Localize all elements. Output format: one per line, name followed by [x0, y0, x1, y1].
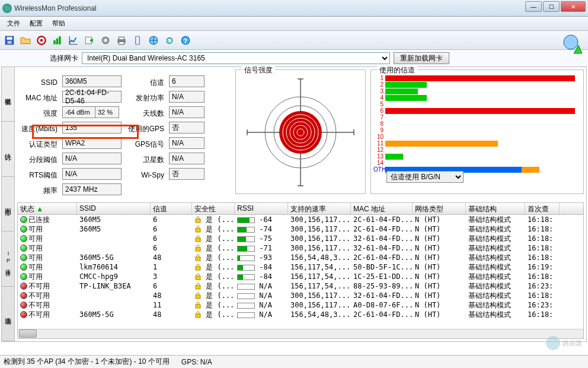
- svg-text:?: ?: [184, 37, 188, 44]
- help-icon[interactable]: ?: [178, 33, 193, 47]
- status-text: 检测到 35 个AP (34 个加密 - 1 个未加密) - 10 个可用: [4, 357, 170, 367]
- auth-label: 认证类型: [17, 137, 60, 151]
- print-icon[interactable]: [114, 33, 129, 47]
- channel-row: 2: [373, 81, 581, 88]
- col-infra[interactable]: 基础结构: [466, 203, 525, 214]
- bars-icon[interactable]: [50, 33, 65, 47]
- channel-row: 4: [373, 94, 581, 101]
- table-row[interactable]: 不可用11 是 (... N/A300,156,117...A0-D8-07-6…: [18, 300, 583, 310]
- svg-rect-39: [196, 276, 200, 280]
- frag-label: 分段阈值: [17, 153, 60, 167]
- gpssig-value: N/A: [169, 137, 204, 149]
- target-icon[interactable]: [34, 33, 49, 47]
- channel-row: 1: [373, 75, 581, 81]
- wispy-label: Wi-Spy: [124, 168, 167, 182]
- channel-row: 8: [373, 120, 581, 127]
- col-net[interactable]: 网络类型: [413, 203, 466, 214]
- side-tabs: 概要 统计 图形 IP连接 选项: [2, 67, 15, 341]
- table-row[interactable]: 可用lkm7606141 是 (... -84156,117,54,...50-…: [18, 262, 583, 272]
- table-row[interactable]: 可用360M5-5G48 是 (... -93156,54,48,3...2C-…: [18, 253, 583, 262]
- col-status[interactable]: 状态 ▲: [18, 203, 77, 214]
- svg-rect-14: [136, 36, 140, 45]
- col-rate[interactable]: 支持的速率: [288, 203, 351, 214]
- adapter-label: 选择网卡: [50, 53, 78, 64]
- svg-rect-7: [59, 36, 60, 45]
- minimize-button[interactable]: —: [525, 1, 542, 12]
- list-header: 状态 ▲ SSID 信道 安全性 RSSI 支持的速率 MAC 地址 网络类型 …: [18, 203, 583, 215]
- rts-label: RTS阈值: [17, 168, 60, 182]
- gear-icon[interactable]: [98, 33, 113, 47]
- channel-label: 信道: [124, 75, 167, 90]
- col-mac[interactable]: MAC 地址: [351, 203, 413, 214]
- folder-icon[interactable]: [18, 33, 33, 47]
- list-body[interactable]: 已连接360M56 是 (... -64300,156,117...2C-61-…: [18, 215, 583, 329]
- adapter-select[interactable]: Intel(R) Dual Band Wireless-AC 3165: [82, 52, 390, 64]
- svg-rect-41: [196, 295, 200, 299]
- save-icon[interactable]: [2, 33, 17, 47]
- svg-point-10: [104, 39, 107, 42]
- corner-logo: [562, 33, 586, 57]
- refresh-icon[interactable]: [162, 33, 177, 47]
- tab-stats[interactable]: 统计: [2, 122, 14, 176]
- col-rssi[interactable]: RSSI: [235, 203, 288, 214]
- phone-icon[interactable]: [130, 33, 145, 47]
- col-channel[interactable]: 信道: [151, 203, 192, 214]
- reload-button[interactable]: 重新加载网卡: [394, 52, 449, 64]
- menu-help[interactable]: 帮助: [47, 18, 70, 29]
- horizontal-scrollbar[interactable]: [18, 329, 583, 338]
- svg-rect-37: [196, 257, 200, 261]
- tab-graph[interactable]: 图形: [2, 177, 14, 231]
- chart-icon[interactable]: [66, 33, 81, 47]
- svg-rect-43: [196, 314, 200, 318]
- txpower-value: N/A: [169, 91, 204, 103]
- strength-value: -64 dBm32 %: [62, 106, 122, 120]
- table-row[interactable]: 不可用48 是 (... N/A300,156,117...32-61-04-F…: [18, 291, 583, 300]
- window-controls: — ☐ ✕: [525, 1, 586, 12]
- svg-rect-2: [8, 41, 12, 44]
- maximize-button[interactable]: ☐: [543, 1, 560, 12]
- channel-title: 使用的信道: [377, 65, 417, 75]
- svg-rect-1: [7, 37, 12, 40]
- sat-label: 卫星数: [124, 153, 167, 167]
- table-row[interactable]: 可用CMCC-hpg93 是 (... -84156,117,54,...1C-…: [18, 272, 583, 281]
- menu-file[interactable]: 文件: [2, 18, 25, 29]
- col-ssid[interactable]: SSID: [77, 203, 151, 214]
- window-title: WirelessMon Professional: [14, 4, 97, 12]
- table-row[interactable]: 不可用TP-LINK_B3EA6 是 (... N/A156,117,54,..…: [18, 281, 583, 291]
- toolbar: ?: [0, 31, 588, 50]
- app-icon: [2, 4, 12, 13]
- table-row[interactable]: 可用360M56 是 (... -74300,156,117...2C-61-0…: [18, 224, 583, 234]
- txpower-label: 发射功率: [124, 91, 167, 105]
- globe-icon[interactable]: [146, 33, 161, 47]
- main-area: 概要 统计 图形 IP连接 选项 SSID 360M5 信道 6 MAC 地址 …: [1, 66, 587, 342]
- tab-options[interactable]: 选项: [2, 287, 14, 341]
- strength-label: 强度: [17, 106, 60, 120]
- col-security[interactable]: 安全性: [192, 203, 235, 214]
- table-row[interactable]: 可用6 是 (... -75300,156,117...32-61-04-FD.…: [18, 234, 583, 243]
- export-icon[interactable]: [82, 33, 97, 47]
- signal-title: 信号强度: [242, 65, 275, 75]
- channel-row: 6: [373, 107, 581, 114]
- tab-ipconn[interactable]: IP连接: [2, 231, 14, 286]
- gpssig-label: GPS信号: [124, 137, 167, 151]
- channel-row: 5: [373, 101, 581, 107]
- svg-point-27: [279, 111, 322, 154]
- col-first[interactable]: 首次查: [525, 203, 560, 214]
- table-row[interactable]: 可用6 是 (... -71300,156,117...32-61-04-FD.…: [18, 243, 583, 253]
- svg-rect-6: [56, 38, 58, 44]
- status-gps: GPS: N/A: [181, 358, 212, 366]
- tab-summary[interactable]: 概要: [2, 67, 14, 122]
- channel-row: 11: [373, 140, 581, 147]
- svg-rect-34: [196, 229, 200, 232]
- ssid-label: SSID: [17, 75, 60, 90]
- channel-row: 7: [373, 114, 581, 120]
- titlebar: WirelessMon Professional — ☐ ✕: [0, 0, 588, 17]
- channel-row: 9: [373, 127, 581, 134]
- menu-config[interactable]: 配置: [25, 18, 47, 29]
- table-row[interactable]: 不可用360M5-5G48 是 (... N/A156,54,48,3...2C…: [18, 310, 583, 319]
- frag-value: N/A: [62, 153, 122, 164]
- close-button[interactable]: ✕: [561, 1, 586, 12]
- channel-row: 14: [373, 160, 581, 166]
- table-row[interactable]: 已连接360M56 是 (... -64300,156,117...2C-61-…: [18, 215, 583, 224]
- channel-combo[interactable]: 信道使用 B/G/N: [386, 171, 464, 183]
